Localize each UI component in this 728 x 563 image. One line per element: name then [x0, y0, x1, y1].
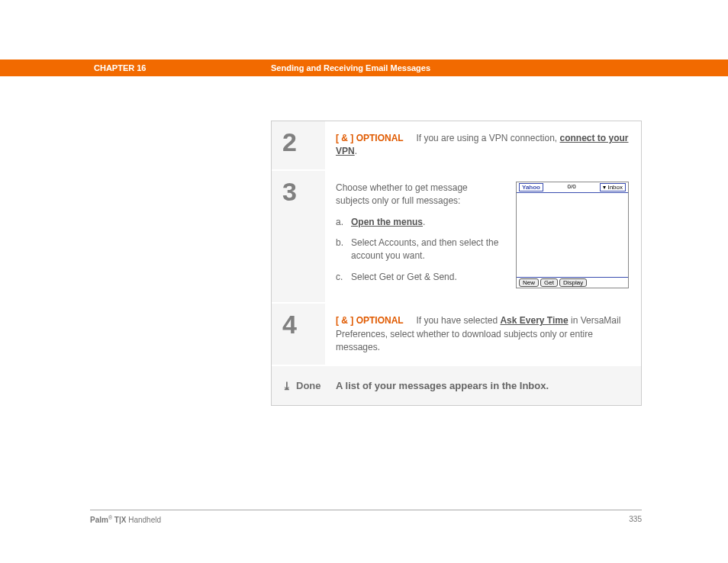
step-number: 2 [272, 121, 325, 169]
down-arrow-icon: ⤓ [282, 381, 292, 391]
step-3-intro: Choose whether to get message subjects o… [336, 182, 502, 208]
done-row: ⤓ Done A list of your messages appears i… [272, 366, 641, 405]
footer-brand: Palm® T|X Handheld [90, 515, 161, 524]
open-menus-link[interactable]: Open the menus [351, 217, 423, 227]
screen-display-button: Display [559, 278, 587, 287]
sub-c-text: Select Get or Get & Send. [351, 271, 457, 284]
step-3-content: Choose whether to get message subjects o… [325, 171, 641, 302]
optional-bracket: [ & ] [336, 133, 353, 143]
step-number: 4 [272, 304, 325, 365]
step-number: 3 [272, 171, 325, 302]
step-2: 2 [ & ] OPTIONAL If you are using a VPN … [272, 121, 641, 171]
chapter-label: CHAPTER 16 [94, 63, 271, 72]
page-number: 335 [629, 515, 642, 524]
optional-label: OPTIONAL [356, 315, 404, 326]
palm-screenshot: Yahoo 0/0 ▾ Inbox New Get Display [516, 182, 629, 288]
optional-bracket: [ & ] [336, 315, 353, 326]
step-2-content: [ & ] OPTIONAL If you are using a VPN co… [325, 121, 641, 169]
sub-a-letter: a. [336, 216, 351, 229]
sub-a-after: . [423, 217, 425, 227]
screen-inbox-dropdown: ▾ Inbox [600, 183, 626, 191]
step-4: 4 [ & ] OPTIONAL If you have selected As… [272, 304, 641, 366]
step-4-text-before: If you have selected [416, 315, 500, 326]
step-3: 3 Choose whether to get message subjects… [272, 171, 641, 304]
chapter-header: CHAPTER 16 Sending and Receiving Email M… [0, 60, 728, 76]
ask-every-time-link[interactable]: Ask Every Time [500, 315, 568, 326]
screen-get-button: Get [540, 278, 558, 287]
done-text: A list of your messages appears in the I… [336, 380, 549, 391]
screen-yahoo-label: Yahoo [519, 183, 543, 191]
steps-container: 2 [ & ] OPTIONAL If you are using a VPN … [271, 121, 642, 406]
step-2-text-before: If you are using a VPN connection, [416, 133, 559, 143]
screen-count: 0/0 [568, 182, 576, 191]
optional-label: OPTIONAL [356, 133, 404, 143]
done-label: Done [296, 380, 321, 391]
chapter-title: Sending and Receiving Email Messages [271, 63, 430, 72]
page-footer: Palm® T|X Handheld 335 [90, 510, 642, 524]
step-4-content: [ & ] OPTIONAL If you have selected Ask … [325, 304, 641, 365]
sub-b-letter: b. [336, 236, 351, 263]
sub-c-letter: c. [336, 271, 351, 284]
sub-b-text: Select Accounts, and then select the acc… [351, 236, 502, 263]
screen-new-button: New [519, 278, 539, 287]
step-2-text-after: . [355, 146, 357, 156]
